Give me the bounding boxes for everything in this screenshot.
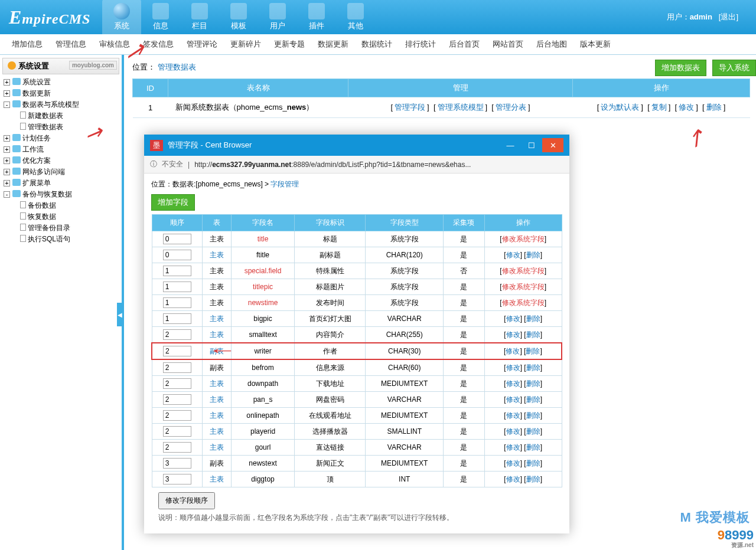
tree-child[interactable]: 管理备份目录: [20, 222, 122, 234]
subnav-后台地图[interactable]: 后台地图: [536, 39, 567, 50]
order-input[interactable]: [163, 458, 191, 469]
minimize-button[interactable]: —: [500, 138, 521, 152]
order-input[interactable]: [163, 266, 191, 276]
field-op[interactable]: 删除: [526, 251, 540, 259]
subnav-签发信息[interactable]: 签发信息: [143, 39, 174, 50]
tree-item[interactable]: +系统设置: [4, 77, 122, 88]
tree-toggle[interactable]: +: [4, 79, 10, 86]
popup-titlebar[interactable]: 墨 管理字段 - Cent Browser — ☐ ✕: [144, 135, 569, 156]
subnav-排行统计[interactable]: 排行统计: [405, 39, 436, 50]
field-op[interactable]: 修改: [506, 475, 520, 483]
subnav-管理评论[interactable]: 管理评论: [187, 39, 217, 50]
tree-toggle[interactable]: +: [4, 135, 10, 142]
subnav-数据统计[interactable]: 数据统计: [361, 39, 392, 50]
field-op[interactable]: 修改: [506, 315, 520, 323]
subnav-增加信息[interactable]: 增加信息: [12, 39, 43, 50]
order-input[interactable]: [163, 474, 191, 484]
tree-child[interactable]: 新建数据表: [20, 110, 122, 122]
order-input[interactable]: [163, 297, 191, 308]
add-field-button[interactable]: 增加字段: [151, 194, 195, 211]
table-toggle[interactable]: 主表: [210, 411, 224, 420]
table-toggle[interactable]: 主表: [210, 315, 224, 323]
order-input[interactable]: [163, 442, 191, 453]
order-input[interactable]: [163, 394, 191, 405]
field-op[interactable]: 删除: [526, 443, 540, 451]
tree-item[interactable]: +网站多访问端: [4, 166, 122, 178]
field-op[interactable]: 删除: [526, 475, 540, 483]
table-toggle[interactable]: 主表: [210, 379, 224, 388]
tree-item[interactable]: +优化方案: [4, 155, 122, 166]
table-toggle[interactable]: 主表: [210, 427, 224, 436]
field-op[interactable]: 修改: [506, 427, 520, 436]
tree-toggle[interactable]: +: [4, 169, 10, 175]
table-toggle[interactable]: 主表: [210, 395, 224, 404]
nav-tab-系统[interactable]: 系统: [102, 0, 141, 35]
tree-child[interactable]: 管理数据表: [20, 122, 122, 133]
table-toggle[interactable]: 主表: [210, 443, 224, 451]
logout-link[interactable]: 退出: [721, 12, 736, 21]
field-op[interactable]: 修改系统字段: [502, 267, 545, 275]
tree-toggle[interactable]: -: [4, 102, 10, 108]
field-op[interactable]: 删除: [526, 411, 540, 420]
table-toggle[interactable]: 主表: [210, 475, 224, 483]
breadcrumb-link[interactable]: 管理数据表: [158, 63, 196, 71]
tree-child[interactable]: 执行SQL语句: [20, 234, 122, 245]
field-op[interactable]: 删除: [526, 379, 540, 388]
field-op[interactable]: 删除: [526, 347, 540, 355]
subnav-网站首页[interactable]: 网站首页: [493, 39, 523, 50]
op-link[interactable]: 修改: [679, 103, 694, 112]
field-op[interactable]: 删除: [526, 330, 540, 339]
tree-item[interactable]: +数据更新: [4, 88, 122, 99]
address-bar[interactable]: ⓘ 不安全 | http://ecms327.99yuanma.net:8889…: [144, 156, 569, 173]
tree-item[interactable]: +工作流: [4, 144, 122, 155]
nav-tab-其他[interactable]: 其他: [336, 0, 375, 35]
import-system-button[interactable]: 导入系统: [712, 60, 756, 76]
op-link[interactable]: 复制: [651, 103, 667, 112]
mgmt-link[interactable]: 管理分表: [496, 103, 526, 112]
field-op[interactable]: 修改: [506, 364, 520, 372]
table-toggle[interactable]: 副表: [210, 347, 224, 355]
tree-item[interactable]: +计划任务: [4, 133, 122, 144]
tree-toggle[interactable]: +: [4, 146, 10, 153]
field-op[interactable]: 修改: [506, 459, 520, 467]
mgmt-link[interactable]: 管理系统模型: [438, 103, 484, 112]
mgmt-link[interactable]: 管理字段: [395, 103, 425, 112]
sidebar-collapse[interactable]: ◀: [117, 303, 123, 326]
order-input[interactable]: [163, 234, 191, 244]
tree-toggle[interactable]: +: [4, 180, 10, 186]
order-input[interactable]: [163, 410, 191, 421]
field-op[interactable]: 修改: [506, 379, 520, 388]
tree-item[interactable]: -数据表与系统模型新建数据表管理数据表: [4, 99, 122, 133]
field-op[interactable]: 删除: [526, 459, 540, 467]
table-toggle[interactable]: 主表: [210, 330, 224, 339]
field-op[interactable]: 修改: [506, 411, 520, 420]
tree-toggle[interactable]: +: [4, 158, 10, 164]
order-input[interactable]: [163, 378, 191, 389]
field-op[interactable]: 修改: [506, 347, 520, 355]
order-input[interactable]: [163, 362, 191, 373]
tree-child[interactable]: 恢复数据: [20, 211, 122, 222]
order-input[interactable]: [163, 329, 191, 340]
field-op[interactable]: 修改系统字段: [502, 235, 545, 243]
field-op[interactable]: 修改: [506, 443, 520, 451]
close-button[interactable]: ✕: [542, 138, 563, 152]
subnav-更新碎片[interactable]: 更新碎片: [230, 39, 261, 50]
nav-tab-信息[interactable]: 信息: [141, 0, 180, 35]
nav-tab-插件[interactable]: 插件: [297, 0, 336, 35]
subnav-数据更新[interactable]: 数据更新: [318, 39, 348, 50]
field-op[interactable]: 修改系统字段: [502, 299, 545, 307]
order-input[interactable]: [163, 281, 191, 292]
field-op[interactable]: 删除: [526, 395, 540, 404]
table-toggle[interactable]: 主表: [210, 251, 224, 259]
field-op[interactable]: 删除: [526, 427, 540, 436]
order-input[interactable]: [163, 346, 191, 356]
tree-toggle[interactable]: +: [4, 90, 10, 97]
nav-tab-用户[interactable]: 用户: [258, 0, 297, 35]
add-table-button[interactable]: 增加数据表: [655, 60, 706, 76]
tree-item[interactable]: -备份与恢复数据备份数据恢复数据管理备份目录执行SQL语句: [4, 189, 122, 245]
order-input[interactable]: [163, 313, 191, 324]
subnav-管理信息[interactable]: 管理信息: [56, 39, 86, 50]
maximize-button[interactable]: ☐: [521, 138, 542, 152]
field-op[interactable]: 修改系统字段: [502, 283, 545, 291]
field-op[interactable]: 修改: [506, 251, 520, 259]
